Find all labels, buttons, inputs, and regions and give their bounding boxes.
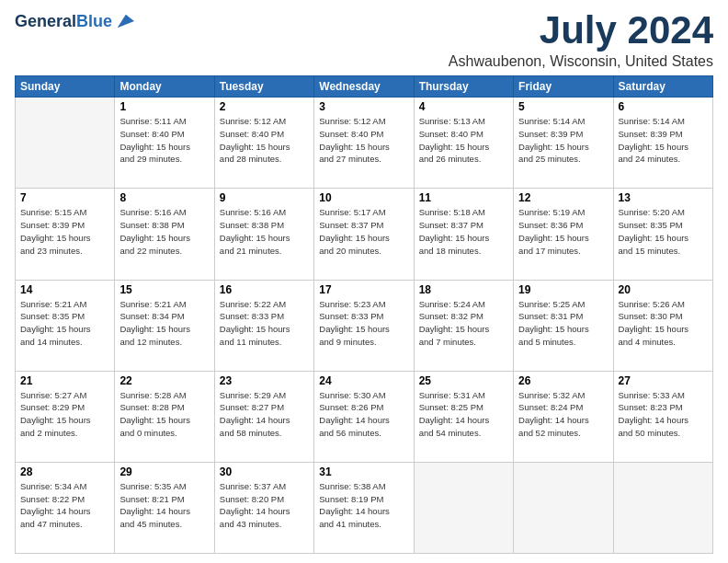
header: GeneralBlue July 2024 Ashwaubenon, Wisco… — [15, 9, 713, 70]
calendar-cell: 31Sunrise: 5:38 AM Sunset: 8:19 PM Dayli… — [314, 462, 414, 553]
day-info: Sunrise: 5:16 AM Sunset: 8:38 PM Dayligh… — [220, 206, 309, 257]
day-info: Sunrise: 5:34 AM Sunset: 8:22 PM Dayligh… — [20, 480, 109, 531]
logo: GeneralBlue — [15, 13, 134, 31]
calendar-cell: 10Sunrise: 5:17 AM Sunset: 8:37 PM Dayli… — [314, 189, 414, 280]
calendar-cell: 22Sunrise: 5:28 AM Sunset: 8:28 PM Dayli… — [115, 371, 214, 462]
calendar-cell: 28Sunrise: 5:34 AM Sunset: 8:22 PM Dayli… — [16, 462, 115, 553]
day-info: Sunrise: 5:28 AM Sunset: 8:28 PM Dayligh… — [119, 389, 209, 440]
calendar-cell: 29Sunrise: 5:35 AM Sunset: 8:21 PM Dayli… — [115, 462, 214, 553]
calendar-header-friday: Friday — [514, 76, 613, 98]
day-info: Sunrise: 5:25 AM Sunset: 8:31 PM Dayligh… — [518, 298, 608, 349]
day-info: Sunrise: 5:37 AM Sunset: 8:20 PM Dayligh… — [220, 480, 309, 531]
svg-marker-0 — [118, 15, 134, 29]
day-info: Sunrise: 5:19 AM Sunset: 8:36 PM Dayligh… — [518, 206, 608, 257]
day-info: Sunrise: 5:22 AM Sunset: 8:33 PM Dayligh… — [220, 298, 309, 349]
calendar-cell: 17Sunrise: 5:23 AM Sunset: 8:33 PM Dayli… — [314, 280, 414, 371]
day-number: 9 — [220, 191, 309, 204]
calendar-cell: 24Sunrise: 5:30 AM Sunset: 8:26 PM Dayli… — [314, 371, 414, 462]
day-info: Sunrise: 5:27 AM Sunset: 8:29 PM Dayligh… — [20, 389, 109, 440]
calendar-cell: 8Sunrise: 5:16 AM Sunset: 8:38 PM Daylig… — [115, 189, 214, 280]
day-number: 26 — [518, 374, 608, 387]
calendar-header-monday: Monday — [115, 76, 214, 98]
day-info: Sunrise: 5:29 AM Sunset: 8:27 PM Dayligh… — [220, 389, 309, 440]
day-number: 2 — [220, 100, 309, 113]
calendar-header-wednesday: Wednesday — [314, 76, 414, 98]
day-number: 27 — [619, 374, 708, 387]
calendar-cell: 3Sunrise: 5:12 AM Sunset: 8:40 PM Daylig… — [314, 98, 414, 189]
day-number: 3 — [319, 100, 408, 113]
day-info: Sunrise: 5:17 AM Sunset: 8:37 PM Dayligh… — [319, 206, 408, 257]
day-number: 14 — [20, 283, 109, 296]
day-number: 22 — [119, 374, 209, 387]
calendar-cell: 21Sunrise: 5:27 AM Sunset: 8:29 PM Dayli… — [16, 371, 115, 462]
logo-icon — [114, 11, 134, 31]
calendar-cell: 25Sunrise: 5:31 AM Sunset: 8:25 PM Dayli… — [414, 371, 513, 462]
calendar-week-3: 14Sunrise: 5:21 AM Sunset: 8:35 PM Dayli… — [16, 280, 713, 371]
day-info: Sunrise: 5:24 AM Sunset: 8:32 PM Dayligh… — [419, 298, 508, 349]
day-info: Sunrise: 5:14 AM Sunset: 8:39 PM Dayligh… — [518, 115, 608, 166]
calendar-cell — [613, 462, 712, 553]
day-info: Sunrise: 5:21 AM Sunset: 8:35 PM Dayligh… — [20, 298, 109, 349]
day-info: Sunrise: 5:20 AM Sunset: 8:35 PM Dayligh… — [619, 206, 708, 257]
day-number: 12 — [518, 191, 608, 204]
day-info: Sunrise: 5:30 AM Sunset: 8:26 PM Dayligh… — [319, 389, 408, 440]
calendar-cell: 11Sunrise: 5:18 AM Sunset: 8:37 PM Dayli… — [414, 189, 513, 280]
day-info: Sunrise: 5:16 AM Sunset: 8:38 PM Dayligh… — [119, 206, 209, 257]
calendar-week-1: 1Sunrise: 5:11 AM Sunset: 8:40 PM Daylig… — [16, 98, 713, 189]
day-number: 28 — [20, 465, 109, 478]
day-number: 10 — [319, 191, 408, 204]
calendar-cell: 19Sunrise: 5:25 AM Sunset: 8:31 PM Dayli… — [514, 280, 613, 371]
day-number: 5 — [518, 100, 608, 113]
calendar-cell — [16, 98, 115, 189]
day-number: 18 — [419, 283, 508, 296]
calendar-header-tuesday: Tuesday — [214, 76, 313, 98]
calendar-cell: 26Sunrise: 5:32 AM Sunset: 8:24 PM Dayli… — [514, 371, 613, 462]
day-info: Sunrise: 5:32 AM Sunset: 8:24 PM Dayligh… — [518, 389, 608, 440]
calendar-week-5: 28Sunrise: 5:34 AM Sunset: 8:22 PM Dayli… — [16, 462, 713, 553]
title-block: July 2024 Ashwaubenon, Wisconsin, United… — [449, 9, 713, 70]
calendar-header-row: SundayMondayTuesdayWednesdayThursdayFrid… — [16, 76, 713, 98]
day-info: Sunrise: 5:33 AM Sunset: 8:23 PM Dayligh… — [619, 389, 708, 440]
calendar-cell: 27Sunrise: 5:33 AM Sunset: 8:23 PM Dayli… — [613, 371, 712, 462]
day-info: Sunrise: 5:38 AM Sunset: 8:19 PM Dayligh… — [319, 480, 408, 531]
logo-text: GeneralBlue — [15, 13, 134, 31]
calendar-cell — [514, 462, 613, 553]
calendar-cell: 6Sunrise: 5:14 AM Sunset: 8:39 PM Daylig… — [613, 98, 712, 189]
calendar-cell: 1Sunrise: 5:11 AM Sunset: 8:40 PM Daylig… — [115, 98, 214, 189]
logo-blue: Blue — [76, 12, 112, 30]
day-info: Sunrise: 5:12 AM Sunset: 8:40 PM Dayligh… — [220, 115, 309, 166]
calendar-cell — [414, 462, 513, 553]
day-info: Sunrise: 5:23 AM Sunset: 8:33 PM Dayligh… — [319, 298, 408, 349]
calendar-cell: 13Sunrise: 5:20 AM Sunset: 8:35 PM Dayli… — [613, 189, 712, 280]
day-number: 23 — [220, 374, 309, 387]
calendar-week-2: 7Sunrise: 5:15 AM Sunset: 8:39 PM Daylig… — [16, 189, 713, 280]
day-number: 21 — [20, 374, 109, 387]
calendar-cell: 14Sunrise: 5:21 AM Sunset: 8:35 PM Dayli… — [16, 280, 115, 371]
calendar-cell: 16Sunrise: 5:22 AM Sunset: 8:33 PM Dayli… — [214, 280, 313, 371]
day-number: 24 — [319, 374, 408, 387]
month-title: July 2024 — [449, 9, 713, 52]
day-number: 8 — [119, 191, 209, 204]
day-info: Sunrise: 5:31 AM Sunset: 8:25 PM Dayligh… — [419, 389, 508, 440]
calendar-cell: 18Sunrise: 5:24 AM Sunset: 8:32 PM Dayli… — [414, 280, 513, 371]
logo-general: General — [15, 12, 76, 30]
calendar-cell: 12Sunrise: 5:19 AM Sunset: 8:36 PM Dayli… — [514, 189, 613, 280]
calendar-header-saturday: Saturday — [613, 76, 712, 98]
page: GeneralBlue July 2024 Ashwaubenon, Wisco… — [0, 0, 728, 563]
day-info: Sunrise: 5:13 AM Sunset: 8:40 PM Dayligh… — [419, 115, 508, 166]
day-number: 1 — [119, 100, 209, 113]
day-info: Sunrise: 5:15 AM Sunset: 8:39 PM Dayligh… — [20, 206, 109, 257]
day-number: 4 — [419, 100, 508, 113]
calendar-header-sunday: Sunday — [16, 76, 115, 98]
calendar-header-thursday: Thursday — [414, 76, 513, 98]
day-number: 17 — [319, 283, 408, 296]
day-number: 15 — [119, 283, 209, 296]
day-number: 13 — [619, 191, 708, 204]
day-info: Sunrise: 5:21 AM Sunset: 8:34 PM Dayligh… — [119, 298, 209, 349]
day-number: 31 — [319, 465, 408, 478]
location-title: Ashwaubenon, Wisconsin, United States — [449, 53, 713, 70]
day-number: 25 — [419, 374, 508, 387]
day-info: Sunrise: 5:18 AM Sunset: 8:37 PM Dayligh… — [419, 206, 508, 257]
day-number: 19 — [518, 283, 608, 296]
day-info: Sunrise: 5:14 AM Sunset: 8:39 PM Dayligh… — [619, 115, 708, 166]
